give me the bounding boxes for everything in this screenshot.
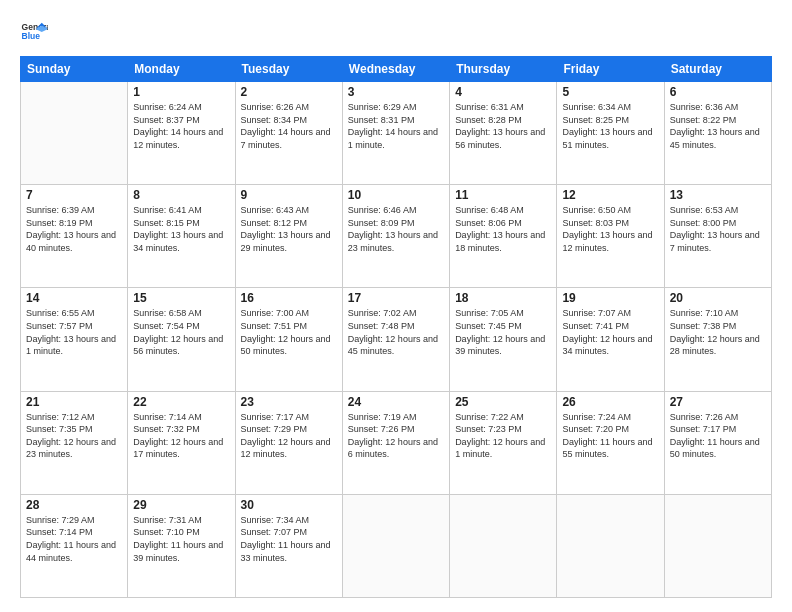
calendar-cell: 30Sunrise: 7:34 AMSunset: 7:07 PMDayligh…: [235, 494, 342, 597]
calendar-cell: 12Sunrise: 6:50 AMSunset: 8:03 PMDayligh…: [557, 185, 664, 288]
cell-day-number: 28: [26, 498, 122, 512]
cell-day-number: 14: [26, 291, 122, 305]
cell-sun-info: Sunrise: 7:07 AMSunset: 7:41 PMDaylight:…: [562, 307, 658, 357]
calendar-cell: 3Sunrise: 6:29 AMSunset: 8:31 PMDaylight…: [342, 82, 449, 185]
cell-sun-info: Sunrise: 6:50 AMSunset: 8:03 PMDaylight:…: [562, 204, 658, 254]
cell-sun-info: Sunrise: 7:10 AMSunset: 7:38 PMDaylight:…: [670, 307, 766, 357]
calendar-cell: 19Sunrise: 7:07 AMSunset: 7:41 PMDayligh…: [557, 288, 664, 391]
calendar-cell: [450, 494, 557, 597]
cell-sun-info: Sunrise: 7:24 AMSunset: 7:20 PMDaylight:…: [562, 411, 658, 461]
cell-sun-info: Sunrise: 7:14 AMSunset: 7:32 PMDaylight:…: [133, 411, 229, 461]
calendar-cell: 7Sunrise: 6:39 AMSunset: 8:19 PMDaylight…: [21, 185, 128, 288]
cell-day-number: 9: [241, 188, 337, 202]
cell-sun-info: Sunrise: 7:22 AMSunset: 7:23 PMDaylight:…: [455, 411, 551, 461]
cell-day-number: 7: [26, 188, 122, 202]
cell-sun-info: Sunrise: 6:26 AMSunset: 8:34 PMDaylight:…: [241, 101, 337, 151]
calendar-cell: 4Sunrise: 6:31 AMSunset: 8:28 PMDaylight…: [450, 82, 557, 185]
calendar-week-1: 1Sunrise: 6:24 AMSunset: 8:37 PMDaylight…: [21, 82, 772, 185]
calendar-cell: 26Sunrise: 7:24 AMSunset: 7:20 PMDayligh…: [557, 391, 664, 494]
cell-day-number: 2: [241, 85, 337, 99]
calendar-cell: 21Sunrise: 7:12 AMSunset: 7:35 PMDayligh…: [21, 391, 128, 494]
cell-day-number: 27: [670, 395, 766, 409]
generalblue-logo-icon: General Blue: [20, 18, 48, 46]
cell-sun-info: Sunrise: 7:31 AMSunset: 7:10 PMDaylight:…: [133, 514, 229, 564]
cell-sun-info: Sunrise: 7:05 AMSunset: 7:45 PMDaylight:…: [455, 307, 551, 357]
cell-sun-info: Sunrise: 6:41 AMSunset: 8:15 PMDaylight:…: [133, 204, 229, 254]
cell-day-number: 22: [133, 395, 229, 409]
cell-day-number: 6: [670, 85, 766, 99]
calendar-cell: 28Sunrise: 7:29 AMSunset: 7:14 PMDayligh…: [21, 494, 128, 597]
cell-day-number: 23: [241, 395, 337, 409]
header: General Blue: [20, 18, 772, 46]
cell-day-number: 30: [241, 498, 337, 512]
cell-sun-info: Sunrise: 6:55 AMSunset: 7:57 PMDaylight:…: [26, 307, 122, 357]
calendar-cell: 13Sunrise: 6:53 AMSunset: 8:00 PMDayligh…: [664, 185, 771, 288]
cell-sun-info: Sunrise: 7:19 AMSunset: 7:26 PMDaylight:…: [348, 411, 444, 461]
cell-day-number: 1: [133, 85, 229, 99]
svg-text:Blue: Blue: [22, 31, 41, 41]
cell-sun-info: Sunrise: 6:48 AMSunset: 8:06 PMDaylight:…: [455, 204, 551, 254]
cell-sun-info: Sunrise: 6:34 AMSunset: 8:25 PMDaylight:…: [562, 101, 658, 151]
calendar-cell: 20Sunrise: 7:10 AMSunset: 7:38 PMDayligh…: [664, 288, 771, 391]
calendar-cell: 24Sunrise: 7:19 AMSunset: 7:26 PMDayligh…: [342, 391, 449, 494]
calendar-cell: 18Sunrise: 7:05 AMSunset: 7:45 PMDayligh…: [450, 288, 557, 391]
day-header-monday: Monday: [128, 57, 235, 82]
cell-sun-info: Sunrise: 7:26 AMSunset: 7:17 PMDaylight:…: [670, 411, 766, 461]
calendar-cell: 17Sunrise: 7:02 AMSunset: 7:48 PMDayligh…: [342, 288, 449, 391]
cell-sun-info: Sunrise: 7:34 AMSunset: 7:07 PMDaylight:…: [241, 514, 337, 564]
calendar-cell: [664, 494, 771, 597]
cell-day-number: 16: [241, 291, 337, 305]
cell-day-number: 21: [26, 395, 122, 409]
cell-sun-info: Sunrise: 6:31 AMSunset: 8:28 PMDaylight:…: [455, 101, 551, 151]
calendar-cell: 25Sunrise: 7:22 AMSunset: 7:23 PMDayligh…: [450, 391, 557, 494]
calendar-cell: [557, 494, 664, 597]
cell-day-number: 19: [562, 291, 658, 305]
cell-day-number: 11: [455, 188, 551, 202]
cell-sun-info: Sunrise: 6:43 AMSunset: 8:12 PMDaylight:…: [241, 204, 337, 254]
cell-sun-info: Sunrise: 6:58 AMSunset: 7:54 PMDaylight:…: [133, 307, 229, 357]
day-header-thursday: Thursday: [450, 57, 557, 82]
cell-day-number: 24: [348, 395, 444, 409]
calendar-cell: 6Sunrise: 6:36 AMSunset: 8:22 PMDaylight…: [664, 82, 771, 185]
cell-sun-info: Sunrise: 6:39 AMSunset: 8:19 PMDaylight:…: [26, 204, 122, 254]
cell-day-number: 10: [348, 188, 444, 202]
cell-day-number: 5: [562, 85, 658, 99]
cell-day-number: 4: [455, 85, 551, 99]
cell-day-number: 29: [133, 498, 229, 512]
cell-sun-info: Sunrise: 7:17 AMSunset: 7:29 PMDaylight:…: [241, 411, 337, 461]
cell-day-number: 15: [133, 291, 229, 305]
calendar-cell: [21, 82, 128, 185]
calendar-week-4: 21Sunrise: 7:12 AMSunset: 7:35 PMDayligh…: [21, 391, 772, 494]
cell-day-number: 13: [670, 188, 766, 202]
calendar-cell: 27Sunrise: 7:26 AMSunset: 7:17 PMDayligh…: [664, 391, 771, 494]
calendar-week-5: 28Sunrise: 7:29 AMSunset: 7:14 PMDayligh…: [21, 494, 772, 597]
cell-sun-info: Sunrise: 7:00 AMSunset: 7:51 PMDaylight:…: [241, 307, 337, 357]
calendar-cell: [342, 494, 449, 597]
calendar-header-row: SundayMondayTuesdayWednesdayThursdayFrid…: [21, 57, 772, 82]
day-header-tuesday: Tuesday: [235, 57, 342, 82]
calendar-cell: 2Sunrise: 6:26 AMSunset: 8:34 PMDaylight…: [235, 82, 342, 185]
cell-sun-info: Sunrise: 7:29 AMSunset: 7:14 PMDaylight:…: [26, 514, 122, 564]
calendar-cell: 16Sunrise: 7:00 AMSunset: 7:51 PMDayligh…: [235, 288, 342, 391]
calendar-week-2: 7Sunrise: 6:39 AMSunset: 8:19 PMDaylight…: [21, 185, 772, 288]
calendar-week-3: 14Sunrise: 6:55 AMSunset: 7:57 PMDayligh…: [21, 288, 772, 391]
cell-sun-info: Sunrise: 6:46 AMSunset: 8:09 PMDaylight:…: [348, 204, 444, 254]
cell-day-number: 12: [562, 188, 658, 202]
cell-day-number: 20: [670, 291, 766, 305]
cell-sun-info: Sunrise: 6:29 AMSunset: 8:31 PMDaylight:…: [348, 101, 444, 151]
day-header-sunday: Sunday: [21, 57, 128, 82]
calendar-cell: 14Sunrise: 6:55 AMSunset: 7:57 PMDayligh…: [21, 288, 128, 391]
cell-day-number: 18: [455, 291, 551, 305]
calendar-cell: 11Sunrise: 6:48 AMSunset: 8:06 PMDayligh…: [450, 185, 557, 288]
day-header-friday: Friday: [557, 57, 664, 82]
cell-day-number: 17: [348, 291, 444, 305]
calendar-cell: 29Sunrise: 7:31 AMSunset: 7:10 PMDayligh…: [128, 494, 235, 597]
cell-day-number: 25: [455, 395, 551, 409]
calendar-table: SundayMondayTuesdayWednesdayThursdayFrid…: [20, 56, 772, 598]
cell-sun-info: Sunrise: 6:53 AMSunset: 8:00 PMDaylight:…: [670, 204, 766, 254]
cell-sun-info: Sunrise: 6:36 AMSunset: 8:22 PMDaylight:…: [670, 101, 766, 151]
calendar-cell: 8Sunrise: 6:41 AMSunset: 8:15 PMDaylight…: [128, 185, 235, 288]
cell-day-number: 8: [133, 188, 229, 202]
calendar-cell: 23Sunrise: 7:17 AMSunset: 7:29 PMDayligh…: [235, 391, 342, 494]
cell-day-number: 3: [348, 85, 444, 99]
